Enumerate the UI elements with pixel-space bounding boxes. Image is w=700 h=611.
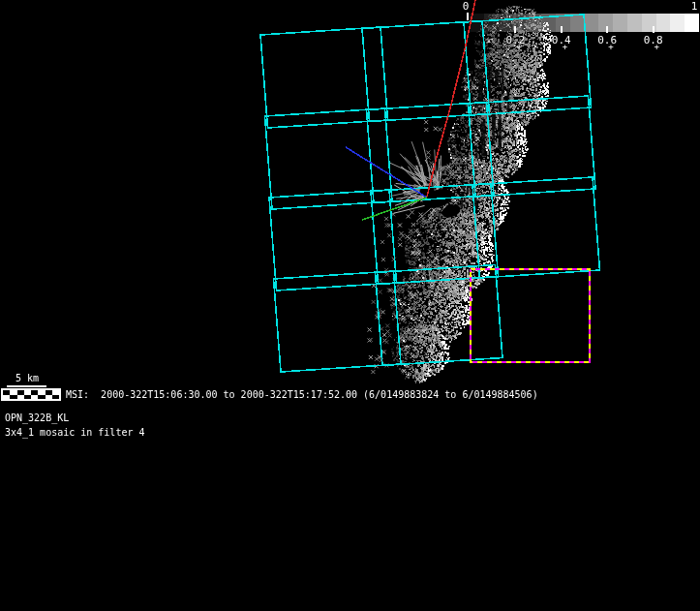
colorbar-tick — [514, 26, 516, 33]
observation-time-range: MSI: 2000-322T15:06:30.00 to 2000-322T15… — [66, 389, 538, 400]
colorbar-tick — [561, 26, 563, 33]
scale-bar-cell — [46, 395, 52, 400]
colorbar-tick-label: 0.6 — [596, 35, 618, 46]
colorbar-tick — [653, 26, 654, 33]
colorbar-zero-tick — [467, 13, 469, 20]
scale-bar-underline — [7, 385, 46, 387]
colorbar-minor-tick: + — [608, 44, 613, 49]
next-frame-footprint — [471, 269, 590, 362]
scale-bar-cell — [3, 395, 10, 400]
colorbar-minor-tick: + — [563, 44, 567, 49]
colorbar-tick — [606, 26, 608, 33]
next-frame-rect — [471, 269, 590, 362]
colorbar-max-label: 1 — [685, 1, 700, 12]
sequence-name: OPN_322B_KL — [5, 412, 69, 423]
colorbar-tick-label: 0.4 — [551, 35, 572, 46]
overlay-graphics — [0, 0, 700, 611]
scale-bar-checker — [1, 388, 61, 401]
colorbar-minor-tick: + — [516, 44, 521, 49]
scale-bar-cell — [31, 395, 38, 400]
axis-red — [427, 0, 475, 197]
scale-bar-cell — [17, 395, 24, 400]
colorbar-tick-label: 0.2 — [504, 35, 526, 46]
colorbar-min-label: 0 — [456, 1, 475, 12]
render-viewport[interactable]: 0 1 0.2+0.4+0.6+0.8+ 5 km MSI: 2000-322T… — [0, 0, 700, 611]
scale-bar-cell — [10, 395, 16, 400]
next-frame-rect — [471, 269, 590, 362]
mosaic-info: 3x4_1 mosaic in filter 4 — [5, 427, 145, 438]
scale-bar-cell — [38, 395, 45, 400]
colorbar-minor-tick: + — [654, 44, 659, 49]
scale-bar-cell — [52, 395, 59, 400]
mosaic-footprints — [260, 15, 600, 372]
colorbar-tick-label: 0.8 — [643, 35, 664, 46]
scale-bar-cell — [24, 395, 31, 400]
scale-bar-label: 5 km — [6, 373, 48, 384]
